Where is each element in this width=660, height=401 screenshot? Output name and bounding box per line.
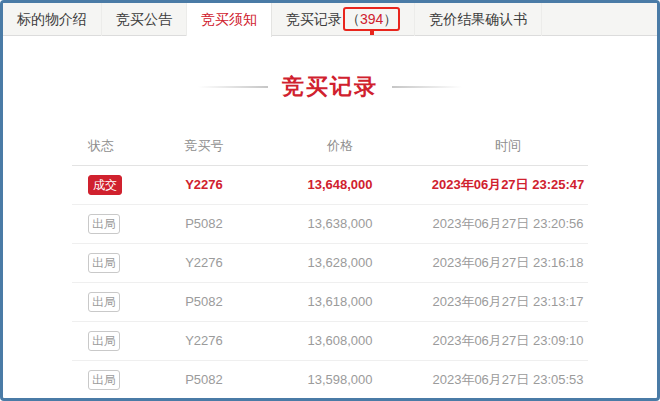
status-badge: 出局: [88, 331, 120, 351]
table-row: 成交 Y2276 13,648,000 2023年06月27日 23:25:47: [72, 165, 588, 204]
status-badge: 成交: [88, 175, 122, 195]
table-row: 出局 P5082 13,638,000 2023年06月27日 23:20:56: [72, 204, 588, 243]
title-decoration-line-left: [198, 86, 268, 88]
time-cell: 2023年06月27日 23:16:18: [428, 243, 588, 282]
status-badge: 出局: [88, 292, 120, 312]
tab-subject-introduction[interactable]: 标的物介绍: [3, 3, 102, 36]
table-row: 出局 Y2276 13,628,000 2023年06月27日 23:16:18: [72, 243, 588, 282]
tab-bar: 标的物介绍 竞买公告 竞买须知 竞买记录（394） 竞价结果确认书: [3, 3, 657, 36]
header-status: 状态: [72, 128, 156, 165]
tab-bidding-instructions[interactable]: 竞买须知: [187, 3, 272, 37]
status-cell: 出局: [72, 204, 156, 243]
title-decoration-line-right: [392, 86, 462, 88]
bid-records-count: 394: [360, 11, 383, 27]
time-cell: 2023年06月27日 23:25:47: [428, 165, 588, 204]
tab-price-result-confirmation[interactable]: 竞价结果确认书: [415, 3, 542, 36]
status-cell: 成交: [72, 165, 156, 204]
header-bidder-number: 竞买号: [156, 128, 252, 165]
time-cell: 2023年06月27日 23:05:53: [428, 360, 588, 399]
status-badge: 出局: [88, 370, 120, 390]
status-badge: 出局: [88, 214, 120, 234]
bidder-cell: P5082: [156, 282, 252, 321]
status-cell: 出局: [72, 360, 156, 399]
time-cell: 2023年06月27日 23:20:56: [428, 204, 588, 243]
table-header-row: 状态 竞买号 价格 时间: [72, 128, 588, 165]
table-row: 出局 Y2276 13,608,000 2023年06月27日 23:09:10: [72, 321, 588, 360]
section-title-wrap: 竞买记录: [3, 72, 657, 102]
status-cell: 出局: [72, 321, 156, 360]
page-title: 竞买记录: [282, 72, 378, 102]
bidder-cell: P5082: [156, 204, 252, 243]
price-cell: 13,598,000: [252, 360, 428, 399]
count-paren-open: （: [346, 11, 360, 27]
bid-records-table: 状态 竞买号 价格 时间 成交 Y2276 13,648,000 2023年06…: [72, 128, 588, 400]
time-cell: 2023年06月27日 23:09:10: [428, 321, 588, 360]
header-price: 价格: [252, 128, 428, 165]
tab-auction-announcement[interactable]: 竞买公告: [102, 3, 187, 36]
bidder-cell: P5082: [156, 360, 252, 399]
status-cell: 出局: [72, 282, 156, 321]
price-cell: 13,638,000: [252, 204, 428, 243]
tab-bid-records[interactable]: 竞买记录（394）: [272, 3, 415, 36]
price-cell: 13,618,000: [252, 282, 428, 321]
annotation-caret: [370, 31, 374, 35]
browser-content-frame: 标的物介绍 竞买公告 竞买须知 竞买记录（394） 竞价结果确认书 竞买记录 状…: [0, 0, 660, 401]
status-badge: 出局: [88, 253, 120, 273]
tab-bid-records-label: 竞买记录: [286, 11, 342, 27]
bid-table-body: 成交 Y2276 13,648,000 2023年06月27日 23:25:47…: [72, 165, 588, 399]
annotation-box: （394）: [343, 7, 400, 31]
table-row: 出局 P5082 13,598,000 2023年06月27日 23:05:53: [72, 360, 588, 399]
time-cell: 2023年06月27日 23:13:17: [428, 282, 588, 321]
bidder-cell: Y2276: [156, 165, 252, 204]
price-cell: 13,648,000: [252, 165, 428, 204]
price-cell: 13,628,000: [252, 243, 428, 282]
price-cell: 13,608,000: [252, 321, 428, 360]
status-cell: 出局: [72, 243, 156, 282]
table-row: 出局 P5082 13,618,000 2023年06月27日 23:13:17: [72, 282, 588, 321]
bidder-cell: Y2276: [156, 321, 252, 360]
bidder-cell: Y2276: [156, 243, 252, 282]
count-paren-close: ）: [383, 11, 397, 27]
header-time: 时间: [428, 128, 588, 165]
